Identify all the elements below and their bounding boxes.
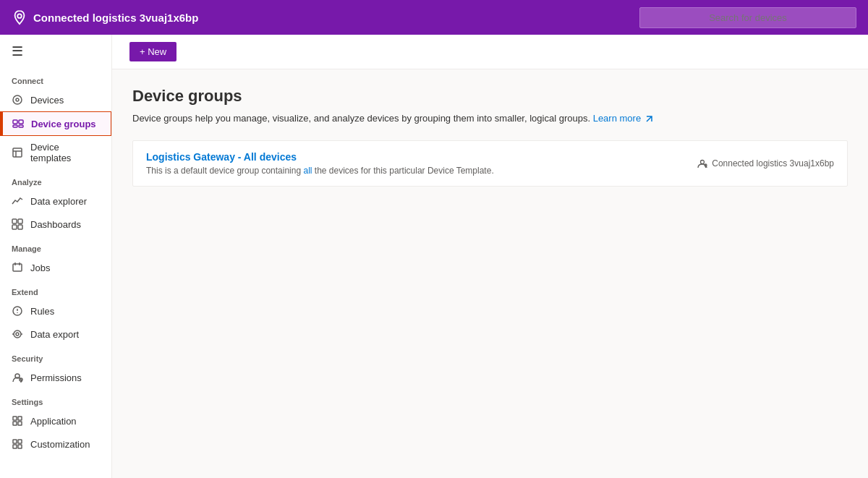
page-title: Device groups [132,87,848,106]
content-area: + New Device groups Device groups help y… [112,35,868,478]
sidebar-item-jobs[interactable]: Jobs [0,256,111,279]
svg-rect-10 [12,219,17,223]
sidebar-item-dashboards[interactable]: Dashboards [0,213,111,236]
permissions-icon [12,372,23,383]
device-icon [12,94,23,106]
search-input[interactable] [639,7,856,28]
svg-rect-34 [18,445,22,448]
device-groups-icon [12,118,24,129]
svg-point-20 [14,330,21,338]
svg-point-1 [13,95,22,104]
svg-rect-27 [13,417,17,420]
section-label-settings: Settings [0,389,111,409]
device-templates-icon [12,147,23,158]
toolbar: + New [112,35,868,69]
svg-rect-7 [13,148,22,157]
svg-point-21 [16,333,19,336]
device-group-description: This is a default device group containin… [146,166,494,176]
svg-rect-33 [13,445,17,448]
sidebar-item-application[interactable]: Application [0,409,111,432]
sidebar-item-data-explorer[interactable]: Data explorer [0,189,111,213]
page-description: Device groups help you manage, visualize… [132,111,848,126]
sidebar-item-customization[interactable]: Customization [0,432,111,456]
svg-rect-32 [18,440,22,443]
dashboards-icon [12,218,23,230]
customization-icon [12,438,23,450]
sidebar-item-device-templates[interactable]: Device templates [0,136,111,169]
section-label-analyze: Analyze [0,169,111,189]
sidebar-item-data-export[interactable]: Data export [0,323,111,346]
svg-rect-29 [13,422,17,425]
device-group-name[interactable]: Logistics Gateway - All devices [146,151,494,163]
sidebar-item-devices[interactable]: Devices [0,88,111,111]
location-icon [12,9,27,25]
svg-point-0 [17,14,22,18]
data-export-icon [12,328,23,340]
device-group-card[interactable]: Logistics Gateway - All devices This is … [132,140,848,187]
new-button[interactable]: + New [129,42,176,61]
svg-rect-11 [18,219,22,223]
sidebar-item-rules[interactable]: Rules [0,299,111,323]
jobs-icon [12,262,23,273]
svg-rect-13 [18,225,22,229]
sidebar: ☰ Connect Devices Device groups [0,35,112,478]
learn-more-link[interactable]: Learn more [593,113,653,124]
app-logo: Connected logistics 3vuaj1x6bp [12,9,639,25]
svg-rect-5 [13,125,17,127]
svg-rect-4 [19,120,23,124]
rules-icon [12,305,23,317]
svg-rect-3 [13,120,17,124]
device-group-info: Logistics Gateway - All devices This is … [146,151,494,176]
application-icon [12,415,23,427]
svg-rect-6 [19,125,23,127]
svg-rect-28 [18,417,22,420]
all-devices-link[interactable]: all [303,166,312,176]
svg-rect-30 [18,422,22,425]
device-group-app: Connected logistics 3vuaj1x6bp [697,158,834,168]
svg-point-2 [16,98,19,101]
sidebar-item-permissions[interactable]: Permissions [0,366,111,389]
svg-rect-31 [13,440,17,443]
section-label-security: Security [0,346,111,366]
section-label-manage: Manage [0,236,111,256]
data-explorer-icon [12,195,23,207]
page-content: Device groups Device groups help you man… [112,69,868,204]
topbar: Connected logistics 3vuaj1x6bp [0,0,868,35]
section-label-connect: Connect [0,68,111,88]
main-layout: ☰ Connect Devices Device groups [0,35,868,478]
svg-point-35 [701,160,705,163]
hamburger-button[interactable]: ☰ [0,35,111,68]
svg-rect-12 [12,225,17,229]
section-label-extend: Extend [0,279,111,299]
svg-rect-14 [13,264,22,271]
app-icon [697,158,707,168]
sidebar-item-device-groups[interactable]: Device groups [0,111,111,136]
